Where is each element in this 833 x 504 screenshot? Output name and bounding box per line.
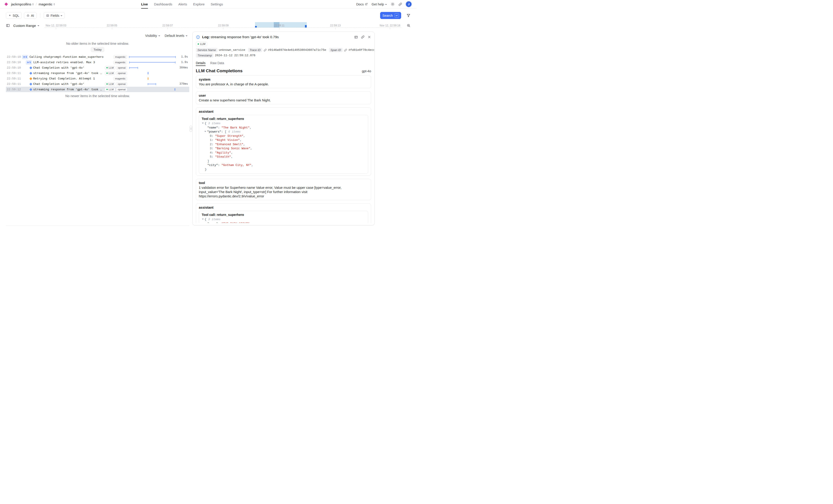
message-card: systemYou are professor A, in charge of … [196, 75, 371, 88]
span-id-field: Span ID #fd81e8f78c4ecc9f [329, 48, 375, 52]
span-bar-track [129, 59, 176, 65]
log-row[interactable]: 22:59:10Chat Completion with 'gpt-4o'LLM… [6, 65, 189, 70]
ai-button[interactable]: AI [24, 12, 37, 19]
close-panel-button[interactable] [367, 35, 371, 39]
nav-actions: Docs Get help J [356, 1, 411, 7]
json-line: 1: "Night Vision", [202, 138, 365, 143]
collapse-sidebar-button[interactable] [6, 23, 10, 27]
span-count-toggle[interactable]: 6 [22, 55, 28, 59]
breadcrumb-separator: / [36, 2, 37, 6]
ai-label: AI [31, 14, 34, 17]
log-time: 22:59:12 [7, 88, 21, 91]
resize-handle[interactable] [190, 126, 192, 132]
log-message-cell: Retrying Chat Completion. Attempt 1 [21, 77, 112, 80]
content-area: Visibility Default levels No older items… [6, 32, 416, 226]
log-row[interactable]: 22:59:106Calling chatprompt-function mak… [6, 54, 189, 59]
org-name: jackmpcollins [11, 2, 31, 6]
tab-raw-data[interactable]: Raw Data [210, 60, 224, 66]
visibility-select[interactable]: Visibility [145, 34, 160, 38]
span-duration-bar [129, 57, 176, 57]
json-punc: : [212, 155, 215, 159]
org-selector[interactable]: jackmpcollins [11, 2, 34, 6]
span-diamond-icon [29, 66, 32, 69]
json-idx: 0 [210, 134, 212, 138]
json-str: "Enhanced Smell" [215, 143, 243, 146]
message-text: 1 validation error for Superhero name Va… [199, 185, 368, 198]
filter-icon [406, 13, 411, 18]
log-row[interactable]: 22:59:11Chat Completion with 'gpt-4o'LLM… [6, 81, 189, 87]
share-link-button[interactable] [399, 2, 402, 6]
json-punc: , [252, 164, 253, 167]
trace-id-field: Trace ID #9146a6974e4e6140538043607a71c7… [248, 48, 326, 52]
zoom-button[interactable] [407, 23, 411, 27]
section-title: LLM Chat Completions [196, 68, 243, 73]
json-line: "city": "Gotham City, NY", [202, 163, 365, 168]
json-punc: { [205, 218, 208, 221]
json-line: "powers": [ 6 items [202, 130, 365, 134]
trace-link-icon[interactable] [264, 49, 267, 52]
top-nav: jackmpcollins / magentic Live Dashboards… [0, 0, 416, 8]
search-button[interactable]: Search ↵ [380, 12, 401, 19]
tab-dashboards[interactable]: Dashboards [154, 0, 172, 8]
log-badges: magentic [113, 77, 127, 80]
query-input-area[interactable] [67, 12, 378, 19]
tab-settings[interactable]: Settings [211, 0, 223, 8]
project-name: magentic [39, 2, 52, 6]
json-punc: , [243, 143, 245, 146]
tab-details[interactable]: Details [196, 60, 206, 66]
log-message: Retrying Chat Completion. Attempt 1 [33, 77, 95, 80]
user-avatar[interactable]: J [406, 1, 411, 7]
collapse-caret-icon[interactable] [202, 123, 204, 124]
span-bar-track [129, 87, 176, 92]
green-dot-icon [106, 72, 108, 74]
json-key: "name" [207, 222, 218, 223]
log-row[interactable]: 22:59:11Retrying Chat Completion. Attemp… [6, 76, 189, 81]
tab-alerts[interactable]: Alerts [178, 0, 187, 8]
day-separator: Today [6, 47, 189, 52]
json-line: 3: "Barking Sonic Wave", [202, 147, 365, 151]
fields-button[interactable]: Fields [44, 12, 65, 19]
json-tree: { 3 items"name": "THE BARK NIGHT","power… [202, 217, 365, 223]
span-count-toggle[interactable]: 5 [26, 61, 32, 64]
docs-link[interactable]: Docs [356, 2, 368, 6]
meta-row-1: Service Name unknown_service Trace ID #9… [196, 48, 371, 52]
sql-label: SQL [13, 14, 19, 17]
json-idx: 4 [210, 151, 212, 154]
tab-explore[interactable]: Explore [193, 0, 205, 8]
theme-toggle-button[interactable] [391, 2, 395, 6]
chevron-down-icon [38, 25, 39, 26]
log-time: 22:59:10 [7, 66, 21, 70]
open-table-view-button[interactable] [354, 35, 358, 39]
copy-link-button[interactable] [361, 35, 364, 39]
log-row[interactable]: 22:59:12streaming response from 'gpt-4o'… [6, 87, 189, 92]
service-name-value: unknown_service [219, 48, 245, 52]
collapse-caret-icon[interactable] [205, 131, 206, 132]
detail-tabs: Details Raw Data [196, 60, 371, 66]
custom-range-select[interactable]: Custom Range [13, 24, 39, 27]
sql-button[interactable]: SQL [6, 12, 22, 19]
select-updown-icon [32, 3, 34, 5]
filter-button[interactable] [406, 13, 411, 18]
json-str: "Stealth" [215, 155, 231, 159]
json-punc: { [205, 122, 208, 125]
collapse-caret-icon[interactable] [202, 219, 204, 220]
json-punc: , [231, 155, 233, 159]
time-tick-label: 22:59:09 [218, 24, 229, 27]
log-row[interactable]: 22:59:11streaming response from 'gpt-4o'… [6, 70, 189, 76]
time-axis: Nov 12, 22:59:0322:59:0522:59:0722:59:09… [45, 21, 401, 30]
log-row[interactable]: 22:59:105LLM-assisted retries enabled. M… [6, 59, 189, 65]
tab-live[interactable]: Live [141, 0, 148, 8]
project-selector[interactable]: magentic [39, 2, 55, 6]
get-help-button[interactable]: Get help [372, 2, 387, 6]
json-punc: , [250, 147, 252, 150]
time-tick-label: 22:59:05 [106, 24, 117, 27]
levels-label: Default levels [165, 34, 184, 38]
panel-left-icon [6, 23, 10, 27]
levels-select[interactable]: Default levels [165, 34, 188, 38]
brand-logo-icon[interactable] [4, 2, 8, 6]
span-link-icon[interactable] [344, 49, 347, 52]
log-list: 22:59:106Calling chatprompt-function mak… [6, 54, 189, 92]
range-label: Custom Range [13, 24, 36, 27]
log-time: 22:59:10 [7, 61, 21, 64]
main-tabs: Live Dashboards Alerts Explore Settings [141, 0, 223, 8]
